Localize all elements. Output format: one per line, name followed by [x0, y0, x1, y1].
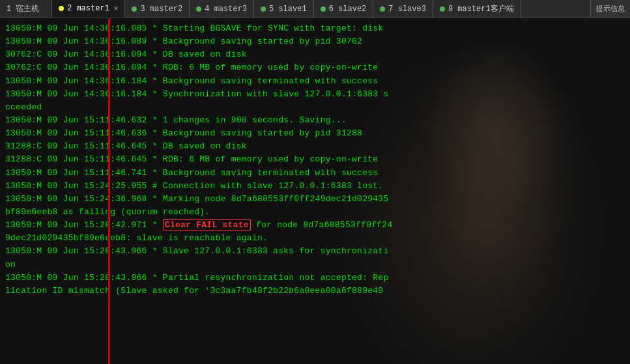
log-line-4: 30762:C 09 Jun 14:36:16.094 * RDB: 6 MB … [5, 61, 625, 74]
tab-3-dot [132, 7, 137, 12]
log-line-3: 30762:C 09 Jun 14:36:16.094 * DB saved o… [5, 48, 625, 61]
tab-7-slave3[interactable]: 7 slave3 [373, 0, 433, 18]
tab-7-dot [380, 7, 385, 12]
log-line-19: on [5, 259, 625, 272]
tab-3-master2[interactable]: 3 master2 [125, 0, 190, 18]
tab-2-close[interactable]: ✕ [114, 4, 119, 12]
terminal-window: 13050:M 09 Jun 14:36:16.085 * Starting B… [0, 18, 630, 364]
log-line-9: 13050:M 09 Jun 15:11:46.636 * Background… [5, 127, 625, 140]
tab-6-slave2[interactable]: 6 slave2 [314, 0, 374, 18]
tab-2-label: 2 master1 [67, 4, 109, 13]
tab-5-label: 5 slave1 [269, 5, 307, 14]
tab-8-dot [440, 7, 445, 12]
clear-fail-highlight: Clear FAIL state [163, 219, 251, 231]
log-line-1: 13050:M 09 Jun 14:36:16.085 * Starting B… [5, 22, 625, 35]
log-line-5: 13050:M 09 Jun 14:36:16.184 * Background… [5, 75, 625, 88]
log-line-17: 9dec21d029435bf89e6eeb8: slave is reacha… [5, 232, 625, 245]
tab-6-dot [321, 7, 326, 12]
log-line-8: 13050:M 09 Jun 15:11:46.632 * 1 changes … [5, 114, 625, 127]
tab-5-dot [261, 7, 266, 12]
terminal-log: 13050:M 09 Jun 14:36:16.085 * Starting B… [0, 18, 630, 301]
red-marker-bar [108, 18, 110, 364]
tab-2-master1[interactable]: 2 master1 ✕ [52, 0, 125, 18]
hint-label: 提示信息 [596, 4, 625, 14]
log-line-21: lication ID mismatch (Slave asked for '3… [5, 285, 625, 298]
tab-3-label: 3 master2 [140, 5, 182, 14]
tab-4-master3[interactable]: 4 master3 [190, 0, 254, 18]
log-line-6: 13050:M 09 Jun 14:36:16.184 * Synchroniz… [5, 88, 625, 101]
log-line-11: 31288:C 09 Jun 15:11:46.645 * RDB: 6 MB … [5, 153, 625, 166]
log-line-15: bf89e6eeb8 as failing (quorum reached). [5, 206, 625, 219]
log-line-10: 31288:C 09 Jun 15:11:46.645 * DB saved o… [5, 140, 625, 153]
log-line-18: 13050:M 09 Jun 15:28:43.966 * Slave 127.… [5, 245, 625, 258]
log-line-14: 13050:M 09 Jun 15:24:36.968 * Marking no… [5, 193, 625, 206]
tab-6-label: 6 slave2 [329, 5, 367, 14]
log-line-clear-fail: 13050:M 09 Jun 15:28:42.971 * Clear FAIL… [5, 219, 625, 232]
tab-7-label: 7 slave3 [388, 5, 426, 14]
clear-fail-suffix: for node 8d7a688553ff0ff24 [251, 220, 393, 230]
log-line-20: 13050:M 09 Jun 15:28:43.966 * Partial re… [5, 272, 625, 285]
clear-fail-prefix: 13050:M 09 Jun 15:28:42.971 * [5, 220, 163, 230]
log-line-7: cceeded [5, 101, 625, 114]
tab-8-label: 8 master1客户端 [448, 3, 514, 14]
log-line-12: 13050:M 09 Jun 15:11:46.741 * Background… [5, 167, 625, 180]
log-line-13: 13050:M 09 Jun 15:24:25.955 # Connection… [5, 180, 625, 193]
hint-button[interactable]: 提示信息 [590, 0, 630, 18]
tab-4-label: 4 master3 [205, 5, 247, 14]
tab-bar: 1 宿主机 2 master1 ✕ 3 master2 4 master3 5 … [0, 0, 630, 18]
tab-5-slave1[interactable]: 5 slave1 [254, 0, 314, 18]
tab-8-master1-client[interactable]: 8 master1客户端 [433, 0, 521, 18]
tab-1-label: 1 宿主机 [7, 3, 39, 14]
tab-1-host[interactable]: 1 宿主机 [0, 0, 52, 18]
tab-2-dot [59, 6, 64, 11]
tab-4-dot [196, 7, 201, 12]
log-line-2: 13050:M 09 Jun 14:36:16.089 * Background… [5, 35, 625, 48]
